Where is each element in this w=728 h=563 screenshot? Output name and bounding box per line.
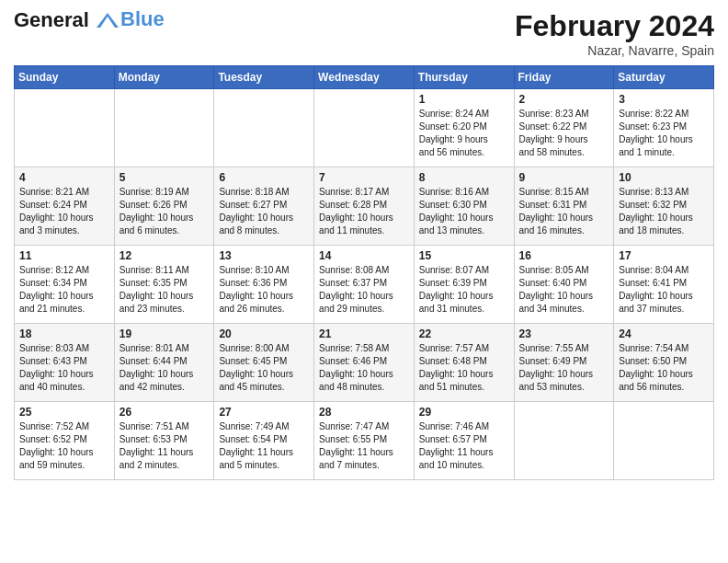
day-number: 6	[219, 171, 309, 184]
day-number: 8	[419, 171, 509, 184]
day-info: Sunrise: 8:00 AM Sunset: 6:45 PM Dayligh…	[219, 342, 309, 394]
page-header: General Blue February 2024 Nazar, Navarr…	[14, 9, 714, 58]
calendar-cell: 21Sunrise: 7:58 AM Sunset: 6:46 PM Dayli…	[314, 324, 415, 402]
calendar-cell: 17Sunrise: 8:04 AM Sunset: 6:41 PM Dayli…	[614, 246, 714, 324]
calendar-cell: 12Sunrise: 8:11 AM Sunset: 6:35 PM Dayli…	[114, 246, 214, 324]
calendar-cell: 27Sunrise: 7:49 AM Sunset: 6:54 PM Dayli…	[214, 402, 314, 480]
day-number: 15	[419, 249, 509, 262]
calendar-cell: 10Sunrise: 8:13 AM Sunset: 6:32 PM Dayli…	[614, 167, 714, 246]
day-info: Sunrise: 8:18 AM Sunset: 6:27 PM Dayligh…	[219, 186, 309, 237]
header-day-friday: Friday	[514, 66, 614, 89]
day-info: Sunrise: 8:05 AM Sunset: 6:40 PM Dayligh…	[519, 264, 609, 316]
calendar-cell: 15Sunrise: 8:07 AM Sunset: 6:39 PM Dayli…	[414, 246, 514, 324]
day-info: Sunrise: 7:58 AM Sunset: 6:46 PM Dayligh…	[319, 342, 409, 394]
calendar-cell: 4Sunrise: 8:21 AM Sunset: 6:24 PM Daylig…	[15, 167, 115, 246]
day-info: Sunrise: 8:23 AM Sunset: 6:22 PM Dayligh…	[519, 108, 609, 159]
calendar-cell: 23Sunrise: 7:55 AM Sunset: 6:49 PM Dayli…	[514, 324, 614, 402]
logo-text: General	[14, 8, 120, 31]
day-info: Sunrise: 8:15 AM Sunset: 6:31 PM Dayligh…	[519, 186, 609, 237]
day-number: 14	[319, 249, 409, 262]
calendar-cell: 9Sunrise: 8:15 AM Sunset: 6:31 PM Daylig…	[514, 167, 614, 246]
day-info: Sunrise: 7:57 AM Sunset: 6:48 PM Dayligh…	[419, 342, 509, 394]
day-info: Sunrise: 7:49 AM Sunset: 6:54 PM Dayligh…	[219, 420, 309, 472]
day-number: 25	[19, 406, 109, 419]
day-info: Sunrise: 8:01 AM Sunset: 6:44 PM Dayligh…	[119, 342, 210, 394]
logo: General Blue	[14, 9, 165, 31]
day-info: Sunrise: 8:22 AM Sunset: 6:23 PM Dayligh…	[619, 108, 709, 159]
calendar-body: 1Sunrise: 8:24 AM Sunset: 6:20 PM Daylig…	[15, 89, 714, 480]
month-year-title: February 2024	[515, 9, 714, 43]
day-number: 12	[119, 249, 210, 262]
calendar-cell: 25Sunrise: 7:52 AM Sunset: 6:52 PM Dayli…	[15, 402, 115, 480]
day-number: 24	[619, 327, 709, 340]
day-info: Sunrise: 8:24 AM Sunset: 6:20 PM Dayligh…	[419, 108, 509, 159]
day-number: 2	[519, 93, 609, 106]
calendar-cell: 14Sunrise: 8:08 AM Sunset: 6:37 PM Dayli…	[314, 246, 415, 324]
day-number: 26	[119, 406, 210, 419]
day-number: 23	[519, 327, 609, 340]
calendar-cell	[214, 89, 314, 167]
week-row-1: 1Sunrise: 8:24 AM Sunset: 6:20 PM Daylig…	[15, 89, 714, 167]
calendar-cell: 18Sunrise: 8:03 AM Sunset: 6:43 PM Dayli…	[15, 324, 115, 402]
day-number: 16	[519, 249, 609, 262]
calendar-cell	[15, 89, 115, 167]
calendar-cell: 5Sunrise: 8:19 AM Sunset: 6:26 PM Daylig…	[114, 167, 214, 246]
day-number: 19	[119, 327, 210, 340]
calendar-cell: 28Sunrise: 7:47 AM Sunset: 6:55 PM Dayli…	[314, 402, 415, 480]
day-info: Sunrise: 8:07 AM Sunset: 6:39 PM Dayligh…	[419, 264, 509, 316]
day-info: Sunrise: 8:12 AM Sunset: 6:34 PM Dayligh…	[19, 264, 109, 316]
day-number: 21	[319, 327, 409, 340]
calendar-cell	[614, 402, 714, 480]
day-number: 22	[419, 327, 509, 340]
day-number: 3	[619, 93, 709, 106]
calendar-cell	[114, 89, 214, 167]
calendar-cell	[514, 402, 614, 480]
header-row: SundayMondayTuesdayWednesdayThursdayFrid…	[15, 66, 714, 89]
header-day-saturday: Saturday	[614, 66, 714, 89]
day-info: Sunrise: 7:54 AM Sunset: 6:50 PM Dayligh…	[619, 342, 709, 394]
day-number: 17	[619, 249, 709, 262]
day-number: 18	[19, 327, 109, 340]
calendar-cell: 11Sunrise: 8:12 AM Sunset: 6:34 PM Dayli…	[15, 246, 115, 324]
day-number: 9	[519, 171, 609, 184]
day-number: 29	[419, 406, 509, 419]
header-day-sunday: Sunday	[15, 66, 115, 89]
day-info: Sunrise: 8:17 AM Sunset: 6:28 PM Dayligh…	[319, 186, 409, 237]
day-info: Sunrise: 8:11 AM Sunset: 6:35 PM Dayligh…	[119, 264, 210, 316]
calendar-cell: 3Sunrise: 8:22 AM Sunset: 6:23 PM Daylig…	[614, 89, 714, 167]
day-number: 11	[19, 249, 109, 262]
day-number: 20	[219, 327, 309, 340]
calendar-cell: 22Sunrise: 7:57 AM Sunset: 6:48 PM Dayli…	[414, 324, 514, 402]
day-info: Sunrise: 7:47 AM Sunset: 6:55 PM Dayligh…	[319, 420, 409, 472]
calendar-cell	[314, 89, 415, 167]
day-info: Sunrise: 8:10 AM Sunset: 6:36 PM Dayligh…	[219, 264, 309, 316]
week-row-5: 25Sunrise: 7:52 AM Sunset: 6:52 PM Dayli…	[15, 402, 714, 480]
day-info: Sunrise: 8:04 AM Sunset: 6:41 PM Dayligh…	[619, 264, 709, 316]
day-info: Sunrise: 8:16 AM Sunset: 6:30 PM Dayligh…	[419, 186, 509, 237]
day-info: Sunrise: 8:08 AM Sunset: 6:37 PM Dayligh…	[319, 264, 409, 316]
day-number: 5	[119, 171, 210, 184]
title-block: February 2024 Nazar, Navarre, Spain	[515, 9, 714, 58]
day-number: 28	[319, 406, 409, 419]
calendar-cell: 2Sunrise: 8:23 AM Sunset: 6:22 PM Daylig…	[514, 89, 614, 167]
day-info: Sunrise: 8:21 AM Sunset: 6:24 PM Dayligh…	[19, 186, 109, 237]
calendar-cell: 24Sunrise: 7:54 AM Sunset: 6:50 PM Dayli…	[614, 324, 714, 402]
week-row-4: 18Sunrise: 8:03 AM Sunset: 6:43 PM Dayli…	[15, 324, 714, 402]
calendar-cell: 26Sunrise: 7:51 AM Sunset: 6:53 PM Dayli…	[114, 402, 214, 480]
day-number: 1	[419, 93, 509, 106]
header-day-thursday: Thursday	[414, 66, 514, 89]
calendar-cell: 29Sunrise: 7:46 AM Sunset: 6:57 PM Dayli…	[414, 402, 514, 480]
calendar-cell: 1Sunrise: 8:24 AM Sunset: 6:20 PM Daylig…	[414, 89, 514, 167]
location-subtitle: Nazar, Navarre, Spain	[515, 43, 714, 58]
calendar-header: SundayMondayTuesdayWednesdayThursdayFrid…	[15, 66, 714, 89]
day-number: 4	[19, 171, 109, 184]
day-info: Sunrise: 7:52 AM Sunset: 6:52 PM Dayligh…	[19, 420, 109, 472]
day-number: 27	[219, 406, 309, 419]
week-row-2: 4Sunrise: 8:21 AM Sunset: 6:24 PM Daylig…	[15, 167, 714, 246]
week-row-3: 11Sunrise: 8:12 AM Sunset: 6:34 PM Dayli…	[15, 246, 714, 324]
day-info: Sunrise: 8:13 AM Sunset: 6:32 PM Dayligh…	[619, 186, 709, 237]
calendar-cell: 13Sunrise: 8:10 AM Sunset: 6:36 PM Dayli…	[214, 246, 314, 324]
calendar-cell: 19Sunrise: 8:01 AM Sunset: 6:44 PM Dayli…	[114, 324, 214, 402]
calendar-cell: 6Sunrise: 8:18 AM Sunset: 6:27 PM Daylig…	[214, 167, 314, 246]
calendar-table: SundayMondayTuesdayWednesdayThursdayFrid…	[14, 65, 714, 480]
